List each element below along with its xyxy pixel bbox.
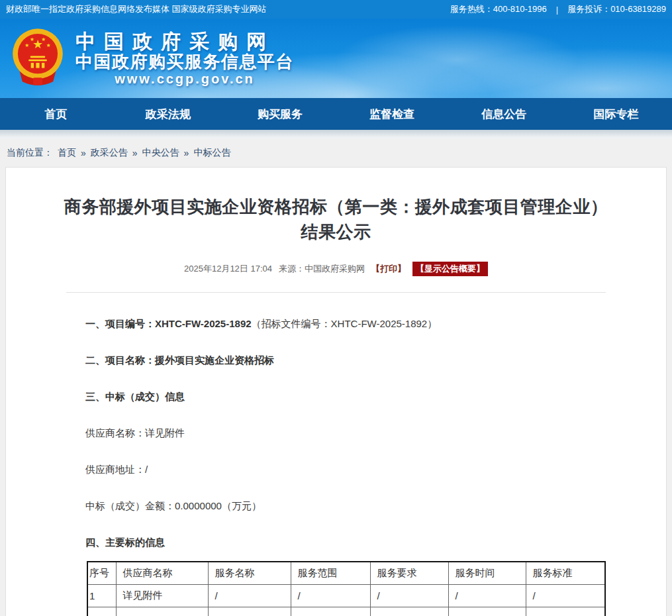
nav-item-international[interactable]: 国际专栏 [560,98,672,130]
svg-text:★: ★ [30,36,34,42]
page-title: 商务部援外项目实施企业资格招标（第一类：援外成套项目管理企业）结果公示 [62,194,610,244]
bid-items-table-wrapper: 序号 供应商名称 服务名称 服务范围 服务要求 服务时间 服务标准 1 详见附件… [87,561,610,616]
article-paragraph: 二、项目名称：援外项目实施企业资格招标 [85,354,610,366]
table-cell [116,607,208,616]
paragraph-regular-text: 中标（成交）金额：0.0000000（万元） [85,500,262,511]
paragraph-bold-text: 三、中标（成交）信息 [85,391,185,402]
table-row: 1 详见附件 / / / / / [87,584,605,607]
table-cell: / [291,584,370,607]
site-name-cn: 中国政府采购网 [75,31,294,52]
main-nav: 首页 政采法规 购买服务 监督检查 信息公告 国际专栏 [0,98,672,130]
article-paragraph: 四、主要标的信息 [85,537,610,548]
svg-text:★: ★ [46,42,51,48]
article-source: 来源：中国政府采购网 [279,263,365,275]
bid-items-table: 序号 供应商名称 服务名称 服务范围 服务要求 服务时间 服务标准 1 详见附件… [87,561,606,616]
breadcrumb-award-announcements[interactable]: 中标公告 [193,147,230,159]
site-subname-cn: 中国政府购买服务信息平台 [75,52,294,72]
paragraph-regular-text: （招标文件编号：XHTC-FW-2025-1892） [252,318,438,329]
top-utility-bar: 财政部唯一指定政府采购信息网络发布媒体 国家级政府采购专业网站 服务热线：400… [0,0,672,19]
service-complaint: 服务投诉：010-63819289 [567,3,666,15]
table-header-cell: 服务名称 [208,562,291,584]
table-header-cell: 服务要求 [370,562,448,584]
topbar-divider: | [556,5,558,15]
breadcrumb-home[interactable]: 首页 [58,147,76,159]
breadcrumb: 当前位置： 首页 » 政采公告 » 中央公告 » 中标公告 [0,140,672,167]
paragraph-regular-text: 供应商名称：详见附件 [85,427,185,438]
paragraph-bold-text: 二、项目名称：援外项目实施企业资格招标 [85,354,274,366]
breadcrumb-label: 当前位置： [7,147,53,159]
meta-divider [66,292,606,293]
paragraph-regular-text: 供应商地址：/ [85,464,148,475]
site-slogan: 财政部唯一指定政府采购信息网络发布媒体 国家级政府采购专业网站 [6,3,267,15]
china-national-emblem-icon: ★ ★ ★ ★ ★ [9,27,66,89]
breadcrumb-separator: » [184,148,189,158]
table-cell [526,607,605,616]
table-row [87,607,605,616]
site-logo-text: 中国政府采购网 中国政府购买服务信息平台 www.ccgp.gov.cn [75,31,294,86]
print-button[interactable]: 【打印】 [371,263,406,275]
site-logo[interactable]: ★ ★ ★ ★ ★ 中国政府采购网 中国政府购买服务信息平台 www.ccgp.… [0,27,294,89]
article-paragraph: 三、中标（成交）信息 [85,391,610,402]
table-cell [291,607,370,616]
table-header-cell: 服务范围 [291,562,370,584]
announcement-article: 商务部援外项目实施企业资格招标（第一类：援外成套项目管理企业）结果公示 2025… [6,168,666,616]
article-paragraph: 一、项目编号：XHTC-FW-2025-1892（招标文件编号：XHTC-FW-… [85,318,610,329]
site-header: ★ ★ ★ ★ ★ 中国政府采购网 中国政府购买服务信息平台 www.ccgp.… [0,19,672,98]
nav-item-regulations[interactable]: 政采法规 [112,98,224,130]
header-fade-strip [0,130,672,140]
table-header-cell: 序号 [87,562,116,584]
nav-item-announcements[interactable]: 信息公告 [448,98,560,130]
site-url: www.ccgp.gov.cn [75,72,294,86]
paragraph-bold-text: 四、主要标的信息 [85,537,165,548]
breadcrumb-separator: » [81,148,86,158]
nav-item-purchase-services[interactable]: 购买服务 [224,98,336,130]
table-cell: / [370,584,448,607]
breadcrumb-separator: » [132,148,138,158]
nav-item-home[interactable]: 首页 [0,98,112,130]
breadcrumb-procurement-announcements[interactable]: 政采公告 [91,147,128,159]
paragraph-bold-text: 一、项目编号：XHTC-FW-2025-1892 [85,318,252,329]
table-cell: / [448,584,526,607]
table-header-row: 序号 供应商名称 服务名称 服务范围 服务要求 服务时间 服务标准 [87,562,605,584]
table-cell: / [526,584,605,607]
content-card: 商务部援外项目实施企业资格招标（第一类：援外成套项目管理企业）结果公示 2025… [5,167,667,616]
article-paragraph: 供应商名称：详见附件 [85,427,610,438]
service-hotline: 服务热线：400-810-1996 [450,3,547,15]
table-cell: / [208,584,291,607]
table-cell [87,607,116,616]
table-cell [208,607,291,616]
nav-item-supervision[interactable]: 监督检查 [336,98,448,130]
table-header-cell: 供应商名称 [116,562,208,584]
table-cell [448,607,526,616]
table-header-cell: 服务时间 [448,562,526,584]
table-cell: 详见附件 [116,584,208,607]
table-cell: 1 [87,584,116,607]
table-header-cell: 服务标准 [526,562,605,584]
table-cell [370,607,448,616]
publish-datetime: 2025年12月12日 17:04 [184,263,272,275]
article-paragraph: 供应商地址：/ [85,464,610,475]
breadcrumb-central-announcements[interactable]: 中央公告 [142,147,179,159]
svg-text:★: ★ [41,36,46,42]
show-summary-button[interactable]: 【显示公告概要】 [412,262,488,276]
article-paragraph: 中标（成交）金额：0.0000000（万元） [85,500,610,511]
svg-text:★: ★ [24,42,29,48]
article-meta: 2025年12月12日 17:04 来源：中国政府采购网 【打印】 【显示公告概… [62,262,610,276]
topbar-contacts: 服务热线：400-810-1996 | 服务投诉：010-63819289 [450,3,666,15]
